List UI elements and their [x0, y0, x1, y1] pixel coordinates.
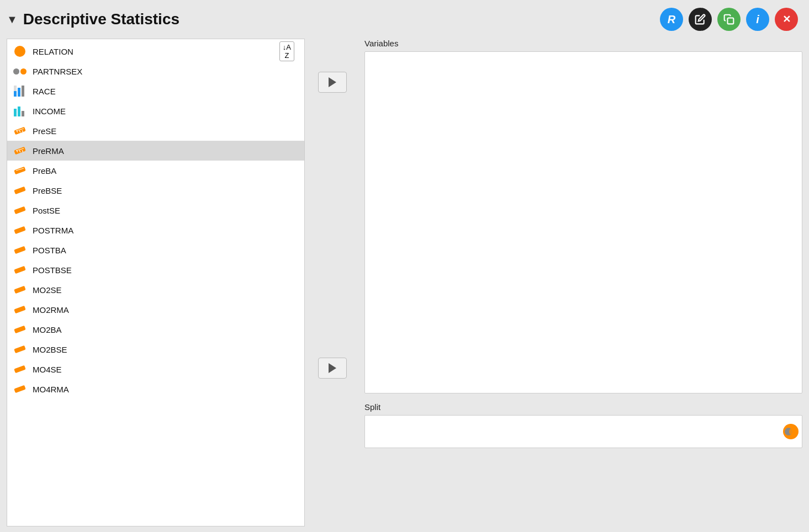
dialog-header: ▼ Descriptive Statistics R i ✕ — [0, 0, 809, 39]
variable-name: PreSE — [33, 126, 56, 136]
variable-icon-ruler — [13, 284, 27, 296]
variable-name: MO2BA — [33, 325, 62, 334]
page-title: Descriptive Statistics — [23, 10, 179, 28]
svg-rect-0 — [728, 18, 734, 24]
variable-name: MO4RMA — [33, 385, 69, 394]
variables-section: Variables — [364, 39, 802, 393]
r-label: R — [668, 13, 675, 26]
copy-button[interactable] — [717, 8, 741, 31]
split-section: Split — [364, 402, 802, 448]
list-item[interactable]: MO4RMA — [7, 379, 304, 399]
sort-button[interactable]: ↓AZ — [279, 41, 294, 61]
variable-name: MO2RMA — [33, 305, 69, 315]
svg-rect-18 — [14, 167, 26, 174]
r-button[interactable]: R — [660, 8, 683, 31]
info-label: i — [756, 13, 759, 26]
variable-name: PARTNRSEX — [33, 67, 82, 76]
list-item[interactable]: MO2BSE — [7, 339, 304, 359]
list-item[interactable]: PreBA — [7, 161, 304, 180]
variable-icon-ruler — [13, 184, 27, 196]
list-item[interactable]: POSTBSE — [7, 260, 304, 280]
edit-button[interactable] — [689, 8, 712, 31]
list-item[interactable]: INCOME — [7, 101, 304, 121]
variable-icon-ruler — [13, 125, 27, 137]
variable-icon-ruler — [13, 363, 27, 375]
main-content: ↓AZ RELATION — [0, 39, 809, 526]
pencil-icon — [695, 14, 706, 25]
variable-name: POSTBSE — [33, 265, 72, 275]
variable-name: INCOME — [33, 107, 66, 116]
list-item[interactable]: MO2SE — [7, 280, 304, 300]
copy-icon — [723, 14, 734, 25]
variable-icon-ruler — [13, 383, 27, 395]
move-to-split-button[interactable] — [318, 358, 347, 379]
svg-rect-6 — [18, 107, 20, 116]
list-item[interactable]: MO4SE — [7, 359, 304, 379]
variable-icon-race — [13, 85, 27, 97]
close-button[interactable]: ✕ — [775, 8, 798, 31]
variable-name: RELATION — [33, 47, 73, 56]
close-label: ✕ — [782, 13, 791, 25]
list-item[interactable]: PARTNRSEX — [7, 61, 304, 81]
variable-name: MO2SE — [33, 285, 62, 295]
svg-rect-30 — [14, 385, 26, 393]
list-item[interactable]: POSTBA — [7, 240, 304, 260]
variable-name: PostSE — [33, 206, 60, 215]
split-drop-box[interactable] — [364, 415, 802, 448]
arrow-right-icon — [329, 77, 336, 87]
svg-rect-23 — [14, 246, 26, 254]
svg-rect-21 — [14, 206, 26, 214]
variables-drop-box[interactable] — [364, 51, 802, 393]
svg-rect-29 — [14, 365, 26, 373]
variable-name: PreBSE — [33, 186, 62, 195]
svg-rect-2 — [18, 88, 20, 97]
variables-label: Variables — [364, 39, 802, 48]
list-item[interactable]: PreBSE — [7, 180, 304, 200]
variable-icon-ruler — [13, 244, 27, 256]
svg-rect-26 — [14, 306, 26, 313]
svg-point-32 — [789, 428, 797, 435]
svg-rect-4 — [14, 86, 17, 91]
variable-name: MO2BSE — [33, 345, 67, 354]
variable-name: POSTBA — [33, 246, 66, 255]
variable-name: MO4SE — [33, 365, 62, 374]
variable-icon-income — [13, 105, 27, 117]
variable-name: PreRMA — [33, 146, 64, 156]
variable-icon-ruler — [13, 304, 27, 316]
list-item[interactable]: POSTRMA — [7, 220, 304, 240]
left-panel: ↓AZ RELATION — [7, 39, 305, 526]
svg-rect-1 — [14, 91, 17, 97]
move-to-variables-button[interactable] — [318, 72, 347, 93]
svg-rect-28 — [14, 345, 26, 353]
svg-rect-24 — [14, 266, 26, 274]
header-icons: R i ✕ — [660, 8, 798, 31]
list-item[interactable]: MO2BA — [7, 320, 304, 339]
right-panel: Variables Split — [360, 39, 802, 526]
svg-rect-3 — [22, 86, 24, 97]
variable-list-container: ↓AZ RELATION — [7, 39, 305, 526]
svg-rect-20 — [14, 187, 26, 194]
variable-icon-ruler — [13, 164, 27, 177]
variable-icon-ruler — [13, 343, 27, 355]
variable-list[interactable]: RELATION PARTNRSEX — [7, 39, 304, 526]
collapse-chevron[interactable]: ▼ — [7, 13, 18, 26]
split-icon — [783, 424, 799, 439]
list-item[interactable]: PostSE — [7, 200, 304, 220]
list-item[interactable]: RELATION — [7, 41, 304, 61]
variable-icon-ruler — [13, 323, 27, 336]
variable-icon-ruler — [13, 204, 27, 216]
list-item[interactable]: RACE — [7, 81, 304, 101]
variable-icon-orange-dot — [13, 45, 27, 57]
list-item[interactable]: MO2RMA — [7, 300, 304, 320]
svg-rect-27 — [14, 326, 26, 333]
split-label: Split — [364, 402, 802, 412]
list-item[interactable]: PreRMA — [7, 141, 304, 161]
variable-name: PreBA — [33, 166, 56, 175]
svg-rect-7 — [22, 111, 24, 116]
list-item[interactable]: PreSE — [7, 121, 304, 141]
variable-icon-partnrsex — [13, 65, 27, 77]
header-left: ▼ Descriptive Statistics — [7, 10, 179, 28]
arrow-right-icon-2 — [329, 363, 336, 373]
middle-panel — [305, 39, 360, 526]
info-button[interactable]: i — [746, 8, 769, 31]
